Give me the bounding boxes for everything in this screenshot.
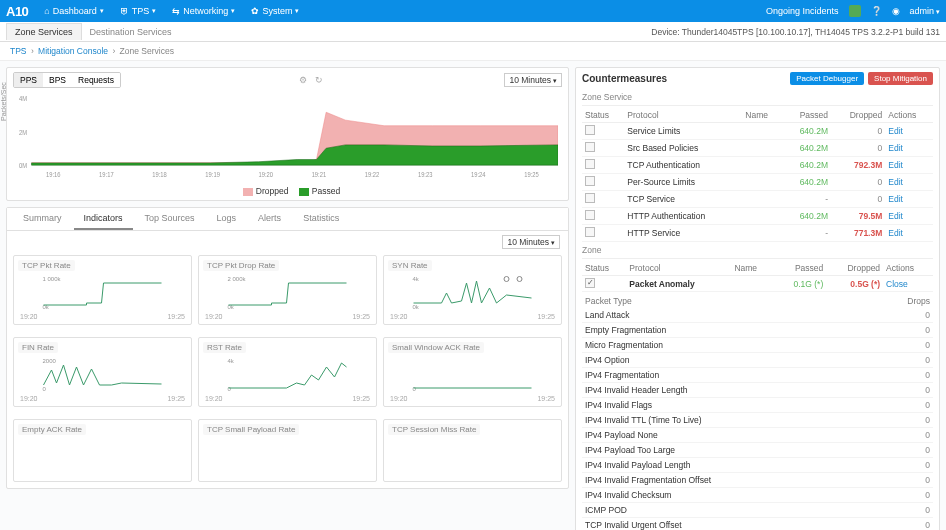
tab-indicators[interactable]: Indicators (74, 208, 133, 230)
tab-alerts[interactable]: Alerts (248, 208, 291, 230)
packet-type-name: Empty Fragmentation (582, 323, 870, 338)
edit-link[interactable]: Edit (885, 140, 933, 157)
tab-destination-services[interactable]: Destination Services (82, 24, 180, 40)
packet-type-row: IPv4 Fragmentation0 (582, 368, 933, 383)
home-icon: ⌂ (44, 6, 49, 16)
chart-refresh-icon[interactable]: ↻ (315, 75, 323, 85)
cm-dropped: 792.3M (831, 157, 885, 174)
cm-row[interactable]: HTTP Service - 771.3M Edit (582, 225, 933, 242)
ongoing-incidents-link[interactable]: Ongoing Incidents (766, 6, 839, 16)
crumb-mitigation[interactable]: Mitigation Console (38, 46, 108, 56)
mini-sparkline (203, 437, 372, 477)
crumb-tps[interactable]: TPS (10, 46, 27, 56)
tab-logs[interactable]: Logs (207, 208, 247, 230)
cm-protocol: HTTP Service (624, 225, 742, 242)
checkbox-icon[interactable] (585, 227, 595, 237)
mini-chart[interactable]: TCP Pkt Rate 1 000k 0k 19:2019:25 (13, 255, 192, 325)
tab-summary[interactable]: Summary (13, 208, 72, 230)
packet-type-drops: 0 (870, 488, 933, 503)
mini-sparkline: 2 000k 0k (203, 273, 372, 313)
mini-chart[interactable]: TCP Small Payload Rate (198, 419, 377, 482)
mode-requests[interactable]: Requests (72, 73, 120, 87)
svg-text:2M: 2M (19, 128, 27, 136)
mini-chart[interactable]: Empty ACK Rate (13, 419, 192, 482)
checkbox-icon[interactable] (585, 125, 595, 135)
svg-text:4M: 4M (19, 95, 27, 103)
close-link[interactable]: Close (883, 276, 933, 292)
cm-row[interactable]: HTTP Authentication 640.2M 79.5M Edit (582, 208, 933, 225)
mini-chart[interactable]: TCP Pkt Drop Rate 2 000k 0k 19:2019:25 (198, 255, 377, 325)
packet-type-row: IPv4 Invalid TTL (Time To Live)0 (582, 413, 933, 428)
shield-icon: ⛨ (120, 6, 129, 16)
device-info: Device: Thunder14045TPS [10.100.10.17], … (651, 27, 940, 37)
breadcrumb: TPS › Mitigation Console › Zone Services (0, 42, 946, 61)
svg-text:0: 0 (413, 386, 417, 392)
mode-bps[interactable]: BPS (43, 73, 72, 87)
svg-point-21 (517, 277, 522, 282)
nav-system[interactable]: ✿System (245, 3, 305, 19)
checkbox-icon[interactable] (585, 210, 595, 220)
svg-text:2000: 2000 (43, 358, 57, 364)
mini-time-select[interactable]: 10 Minutes (502, 235, 560, 249)
nav-dashboard[interactable]: ⌂Dashboard (38, 3, 109, 19)
checkbox-icon[interactable] (585, 159, 595, 169)
cm-row[interactable]: Service Limits 640.2M 0 Edit (582, 123, 933, 140)
packet-type-row: TCP Invalid Urgent Offset0 (582, 518, 933, 531)
mini-chart[interactable]: TCP Session Miss Rate (383, 419, 562, 482)
stop-mitigation-button[interactable]: Stop Mitigation (868, 72, 933, 85)
mini-title: Empty ACK Rate (18, 424, 86, 435)
tab-statistics[interactable]: Statistics (293, 208, 349, 230)
nav-networking[interactable]: ⇆Networking (166, 3, 241, 19)
edit-link[interactable]: Edit (885, 123, 933, 140)
mini-title: Small Window ACK Rate (388, 342, 484, 353)
edit-link[interactable]: Edit (885, 225, 933, 242)
mode-pps[interactable]: PPS (14, 73, 43, 87)
edit-link[interactable]: Edit (885, 191, 933, 208)
globe-icon[interactable]: ◉ (892, 6, 900, 16)
packet-debugger-button[interactable]: Packet Debugger (790, 72, 864, 85)
svg-text:19:16: 19:16 (46, 171, 61, 179)
mini-chart[interactable]: FIN Rate 2000 0 19:2019:25 (13, 337, 192, 407)
zone-row[interactable]: Packet Anomaly 0.1G (*) 0.5G (*) Close (582, 276, 933, 292)
checkbox-icon[interactable] (585, 278, 595, 288)
mini-title: TCP Pkt Drop Rate (203, 260, 279, 271)
mini-title: TCP Small Payload Rate (203, 424, 299, 435)
chart-time-select[interactable]: 10 Minutes (504, 73, 562, 87)
tab-top-sources[interactable]: Top Sources (135, 208, 205, 230)
help-icon[interactable]: ❔ (871, 6, 882, 16)
cm-row[interactable]: TCP Authentication 640.2M 792.3M Edit (582, 157, 933, 174)
edit-link[interactable]: Edit (885, 174, 933, 191)
cm-protocol: Per-Source Limits (624, 174, 742, 191)
packet-type-drops: 0 (870, 443, 933, 458)
edit-link[interactable]: Edit (885, 208, 933, 225)
packet-type-drops: 0 (870, 413, 933, 428)
checkbox-icon[interactable] (585, 176, 595, 186)
packet-type-drops: 0 (870, 473, 933, 488)
packet-type-name: IPv4 Invalid Flags (582, 398, 870, 413)
svg-text:19:23: 19:23 (418, 171, 433, 179)
edit-link[interactable]: Edit (885, 157, 933, 174)
packet-type-name: IPv4 Option (582, 353, 870, 368)
packet-type-drops: 0 (870, 458, 933, 473)
cm-row[interactable]: Src Based Policies 640.2M 0 Edit (582, 140, 933, 157)
mini-chart[interactable]: Small Window ACK Rate 0 19:2019:25 (383, 337, 562, 407)
chart-mode-toggle: PPS BPS Requests (13, 72, 121, 88)
checkbox-icon[interactable] (585, 193, 595, 203)
svg-text:0: 0 (228, 386, 232, 392)
mini-chart[interactable]: RST Rate 4k 0 19:2019:25 (198, 337, 377, 407)
alert-icon[interactable] (849, 5, 861, 17)
packet-type-drops: 0 (870, 353, 933, 368)
mini-chart[interactable]: SYN Rate 4k 0k 19:2019:25 (383, 255, 562, 325)
cm-row[interactable]: TCP Service - 0 Edit (582, 191, 933, 208)
zone-section: Zone (582, 242, 933, 259)
tab-zone-services[interactable]: Zone Services (6, 23, 82, 40)
packet-type-drops: 0 (870, 308, 933, 323)
cm-passed: - (783, 191, 831, 208)
checkbox-icon[interactable] (585, 142, 595, 152)
nav-tps[interactable]: ⛨TPS (114, 3, 163, 19)
cm-passed: - (783, 225, 831, 242)
user-menu[interactable]: admin (910, 6, 940, 16)
cm-row[interactable]: Per-Source Limits 640.2M 0 Edit (582, 174, 933, 191)
chart-gear-icon[interactable]: ⚙ (299, 75, 307, 85)
cm-protocol: Src Based Policies (624, 140, 742, 157)
